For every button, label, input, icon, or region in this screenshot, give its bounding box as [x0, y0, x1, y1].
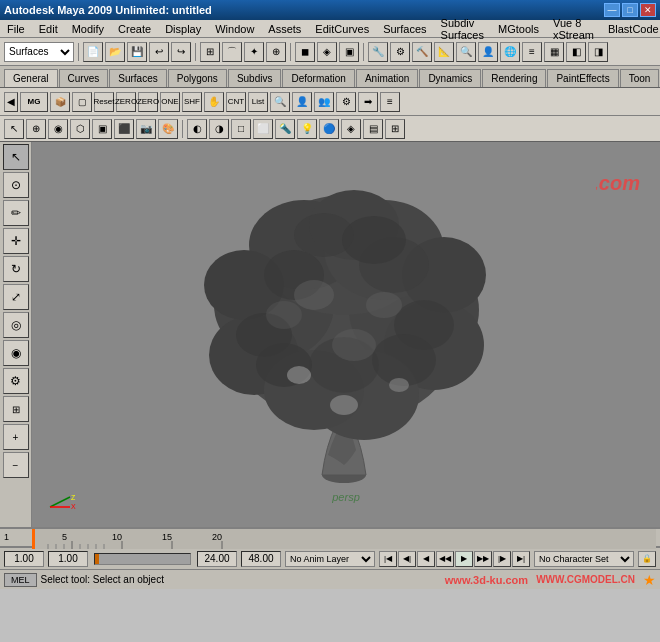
extra-btn1[interactable]: ≡ — [380, 92, 400, 112]
more-btn-11[interactable]: ◨ — [588, 42, 608, 62]
viewport[interactable]: www.3d-ku.com — [32, 142, 660, 527]
more-btn-7[interactable]: 🌐 — [500, 42, 520, 62]
rotate-tool[interactable]: ↻ — [3, 256, 29, 282]
cube-btn[interactable]: 📦 — [50, 92, 70, 112]
snap-curve-button[interactable]: ⌒ — [222, 42, 242, 62]
next-frame-button[interactable]: |▶ — [493, 551, 511, 567]
viewport-btn7[interactable]: 🔵 — [319, 119, 339, 139]
close-button[interactable]: ✕ — [640, 3, 656, 17]
range-start-input[interactable] — [4, 551, 44, 567]
view-btn6[interactable]: ⬛ — [114, 119, 134, 139]
mode-selector[interactable]: Surfaces Polygons Dynamics Rendering Ani… — [4, 42, 74, 62]
viewport-btn1[interactable]: ◐ — [187, 119, 207, 139]
tool-icon1[interactable]: ✋ — [204, 92, 224, 112]
snap-view-button[interactable]: ⊕ — [266, 42, 286, 62]
step-back-button[interactable]: ◀| — [398, 551, 416, 567]
menu-window[interactable]: Window — [212, 22, 257, 36]
menu-display[interactable]: Display — [162, 22, 204, 36]
view-btn3[interactable]: ◉ — [48, 119, 68, 139]
viewport-btn2[interactable]: ◑ — [209, 119, 229, 139]
playhead[interactable] — [32, 529, 35, 549]
display-render-button[interactable]: ▣ — [339, 42, 359, 62]
menu-edit[interactable]: Edit — [36, 22, 61, 36]
shf-btn[interactable]: SHF — [182, 92, 202, 112]
tab-general[interactable]: General — [4, 69, 58, 87]
more-btn-8[interactable]: ≡ — [522, 42, 542, 62]
lock-button[interactable]: 🔒 — [638, 551, 656, 567]
cnt-btn[interactable]: CNT — [226, 92, 246, 112]
range-current-input[interactable] — [48, 551, 88, 567]
person-icon1[interactable]: 👤 — [292, 92, 312, 112]
viewport-btn9[interactable]: ▤ — [363, 119, 383, 139]
view-btn5[interactable]: ▣ — [92, 119, 112, 139]
menu-create[interactable]: Create — [115, 22, 154, 36]
anim-layer-select[interactable]: No Anim Layer — [285, 551, 375, 567]
viewport-btn10[interactable]: ⊞ — [385, 119, 405, 139]
redo-button[interactable]: ↪ — [171, 42, 191, 62]
snap-grid-button[interactable]: ⊞ — [200, 42, 220, 62]
more-btn-3[interactable]: 🔨 — [412, 42, 432, 62]
reset-btn[interactable]: Reset — [94, 92, 114, 112]
menu-editcurves[interactable]: EditCurves — [312, 22, 372, 36]
more-btn-4[interactable]: 📐 — [434, 42, 454, 62]
frame-step-input[interactable] — [241, 551, 281, 567]
tab-subdivs[interactable]: Subdivs — [228, 69, 282, 87]
menu-mgtools[interactable]: MGtools — [495, 22, 542, 36]
timeline-ruler[interactable]: 5 10 15 20 1 — [0, 527, 660, 547]
zero-btn2[interactable]: ZERO — [138, 92, 158, 112]
menu-modify[interactable]: Modify — [69, 22, 107, 36]
tab-toon[interactable]: Toon — [620, 69, 660, 87]
paint-tool[interactable]: ✏ — [3, 200, 29, 226]
mel-tab[interactable]: MEL — [4, 573, 37, 587]
tab-surfaces[interactable]: Surfaces — [109, 69, 166, 87]
range-end-input[interactable] — [197, 551, 237, 567]
view-btn1[interactable]: ↖ — [4, 119, 24, 139]
arrow-right-btn[interactable]: ➡ — [358, 92, 378, 112]
soft-mod-tool[interactable]: ◉ — [3, 340, 29, 366]
select-tool[interactable]: ↖ — [3, 144, 29, 170]
universal-manip[interactable]: ◎ — [3, 312, 29, 338]
snap-btn[interactable]: ⊞ — [3, 396, 29, 422]
play-forward-button[interactable]: ▶ — [455, 551, 473, 567]
viewport-btn5[interactable]: 🔦 — [275, 119, 295, 139]
move-tool[interactable]: ✛ — [3, 228, 29, 254]
menu-surfaces[interactable]: Surfaces — [380, 22, 429, 36]
char-set-select[interactable]: No Character Set — [534, 551, 634, 567]
skip-to-end-button[interactable]: ▶| — [512, 551, 530, 567]
scale-tool[interactable]: ⤢ — [3, 284, 29, 310]
play-back-button[interactable]: ◀◀ — [436, 551, 454, 567]
more-btn-6[interactable]: 👤 — [478, 42, 498, 62]
tab-painteffects[interactable]: PaintEffects — [547, 69, 618, 87]
skip-to-start-button[interactable]: |◀ — [379, 551, 397, 567]
one-btn[interactable]: ONE — [160, 92, 180, 112]
more-btn-5[interactable]: 🔍 — [456, 42, 476, 62]
minimize-button[interactable]: — — [604, 3, 620, 17]
list-btn[interactable]: List — [248, 92, 268, 112]
viewport-btn6[interactable]: 💡 — [297, 119, 317, 139]
tool-extra1[interactable]: + — [3, 424, 29, 450]
view-btn4[interactable]: ⬡ — [70, 119, 90, 139]
collapse-btn[interactable]: ◀ — [4, 92, 18, 112]
more-btn-10[interactable]: ◧ — [566, 42, 586, 62]
tab-curves[interactable]: Curves — [59, 69, 109, 87]
show-manip[interactable]: ⚙ — [3, 368, 29, 394]
view-btn7[interactable]: 📷 — [136, 119, 156, 139]
tab-deformation[interactable]: Deformation — [282, 69, 354, 87]
tool-extra2[interactable]: − — [3, 452, 29, 478]
undo-button[interactable]: ↩ — [149, 42, 169, 62]
menu-vue[interactable]: Vue 8 xStream — [550, 16, 597, 42]
render-button[interactable]: ◼ — [295, 42, 315, 62]
tab-dynamics[interactable]: Dynamics — [419, 69, 481, 87]
viewport-btn3[interactable]: □ — [231, 119, 251, 139]
viewport-btn4[interactable]: ⬜ — [253, 119, 273, 139]
more-btn-2[interactable]: ⚙ — [390, 42, 410, 62]
more-btn-9[interactable]: ▦ — [544, 42, 564, 62]
lasso-tool[interactable]: ⊙ — [3, 172, 29, 198]
tab-rendering[interactable]: Rendering — [482, 69, 546, 87]
window-controls[interactable]: — □ ✕ — [604, 3, 656, 17]
viewport-btn8[interactable]: ◈ — [341, 119, 361, 139]
maximize-button[interactable]: □ — [622, 3, 638, 17]
play-forward-fast-button[interactable]: ▶▶ — [474, 551, 492, 567]
person-icon2[interactable]: 👥 — [314, 92, 334, 112]
menu-assets[interactable]: Assets — [265, 22, 304, 36]
